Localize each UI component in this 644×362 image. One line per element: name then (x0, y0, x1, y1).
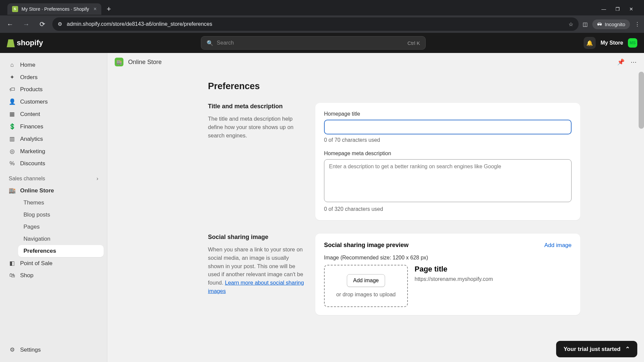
store-icon: 🏬 (9, 187, 15, 194)
sidebar-item-discounts[interactable]: %Discounts (3, 158, 104, 170)
person-icon: 👤 (9, 98, 15, 105)
sidebar: ⌂Home ✦Orders 🏷Products 👤Customers ▦Cont… (0, 53, 107, 362)
section-heading-social: Social sharing image (208, 234, 305, 241)
sidebar-item-home[interactable]: ⌂Home (3, 59, 104, 71)
trial-label: Your trial just started (564, 346, 621, 353)
sidebar-subitem-blog-posts[interactable]: Blog posts (18, 209, 104, 221)
minimize-icon[interactable]: — (601, 6, 606, 12)
bell-icon: 🔔 (586, 40, 593, 46)
more-icon[interactable]: ⋯ (631, 58, 637, 66)
store-name[interactable]: My Store (600, 40, 623, 46)
add-image-link[interactable]: Add image (544, 242, 572, 249)
card-title-social: Social sharing image preview (324, 242, 409, 249)
channel-icon: 🏬 (115, 58, 123, 66)
sidebar-subitem-preferences[interactable]: Preferences (18, 245, 104, 257)
browser-toolbar: ← → ⟳ ⚙ admin.shopify.com/store/de8143-a… (0, 15, 644, 33)
site-settings-icon[interactable]: ⚙ (58, 21, 62, 27)
orders-icon: ✦ (9, 74, 15, 81)
sidebar-item-orders[interactable]: ✦Orders (3, 71, 104, 83)
sidebar-item-content[interactable]: ▦Content (3, 108, 104, 120)
store-avatar[interactable]: MS (628, 38, 637, 48)
homepage-title-input[interactable] (324, 120, 572, 134)
incognito-label: Incognito (605, 21, 625, 27)
page-title: Preferences (208, 81, 580, 92)
section-heading-meta: Title and meta description (208, 103, 305, 110)
gear-icon: ⚙ (9, 346, 15, 353)
main-content: 🏬 Online Store 📌 ⋯ Preferences Title and… (107, 53, 644, 362)
sidebar-item-shop[interactable]: 🛍Shop (3, 269, 104, 282)
sidebar-item-settings[interactable]: ⚙Settings (3, 344, 104, 356)
section-desc-social: When you share a link to your store on s… (208, 245, 305, 295)
bookmark-icon[interactable]: ☆ (569, 21, 573, 27)
meta-desc-hint: 0 of 320 characters used (324, 206, 572, 212)
content-icon: ▦ (9, 111, 15, 118)
sidebar-item-products[interactable]: 🏷Products (3, 83, 104, 96)
tag-icon: 🏷 (9, 86, 15, 93)
window-controls: — ❐ ✕ (601, 6, 641, 12)
page-header: 🏬 Online Store 📌 ⋯ (107, 53, 644, 71)
add-image-button[interactable]: Add image (347, 274, 385, 287)
notifications-button[interactable]: 🔔 (584, 37, 596, 49)
sidebar-subitem-pages[interactable]: Pages (18, 221, 104, 233)
sidebar-section-sales-channels[interactable]: Sales channels › (3, 170, 104, 184)
target-icon: ◎ (9, 148, 15, 155)
address-bar[interactable]: ⚙ admin.shopify.com/store/de8143-a6/onli… (52, 17, 579, 31)
browser-menu-icon[interactable]: ⋮ (635, 21, 640, 27)
home-icon: ⌂ (9, 62, 15, 68)
sidebar-item-customers[interactable]: 👤Customers (3, 96, 104, 108)
card-social: Social sharing image preview Add image I… (315, 234, 580, 315)
trial-banner[interactable]: Your trial just started ⌃ (556, 341, 637, 357)
browser-tab[interactable]: My Store · Preferences · Shopify × (7, 3, 101, 15)
sidebar-item-pos[interactable]: ◧Point of Sale (3, 257, 104, 269)
back-button[interactable]: ← (4, 18, 16, 30)
sidebar-item-marketing[interactable]: ◎Marketing (3, 145, 104, 158)
sidebar-subitem-navigation[interactable]: Navigation (18, 233, 104, 245)
sidebar-item-finances[interactable]: 💲Finances (3, 120, 104, 133)
forward-button[interactable]: → (20, 18, 32, 30)
maximize-icon[interactable]: ❐ (615, 6, 620, 12)
meta-desc-label: Homepage meta description (324, 150, 572, 157)
drop-text: or drop images to upload (329, 292, 402, 298)
homepage-title-label: Homepage title (324, 111, 572, 117)
tab-title: My Store · Preferences · Shopify (21, 6, 89, 12)
search-input[interactable]: 🔍 Search Ctrl K (201, 36, 426, 50)
channel-label: Online Store (128, 59, 162, 66)
image-dropzone[interactable]: Add image or drop images to upload (324, 265, 408, 307)
search-shortcut: Ctrl K (408, 40, 420, 46)
close-window-icon[interactable]: ✕ (629, 6, 633, 12)
incognito-badge[interactable]: 🕶 Incognito (592, 19, 630, 29)
preview-page-title: Page title (415, 265, 572, 274)
favicon (12, 6, 18, 12)
scrollbar[interactable] (639, 72, 644, 129)
shop-icon: 🛍 (9, 272, 15, 279)
chevron-up-icon: ⌃ (625, 346, 630, 353)
sidebar-item-analytics[interactable]: ▥Analytics (3, 133, 104, 145)
reload-button[interactable]: ⟳ (36, 18, 48, 30)
sidebar-subitem-themes[interactable]: Themes (18, 197, 104, 209)
finances-icon: 💲 (9, 123, 15, 130)
close-tab-icon[interactable]: × (94, 6, 97, 12)
social-preview: Page title https://storename.myshopify.c… (415, 265, 572, 307)
incognito-icon: 🕶 (597, 21, 602, 27)
tab-strip: My Store · Preferences · Shopify × + — ❐… (0, 0, 644, 15)
recommended-size: Image (Recommended size: 1200 x 628 px) (324, 255, 572, 261)
meta-desc-input[interactable] (324, 159, 572, 202)
discount-icon: % (9, 160, 15, 167)
shopify-bag-icon (7, 39, 15, 47)
new-tab-button[interactable]: + (103, 3, 115, 15)
homepage-title-hint: 0 of 70 characters used (324, 137, 572, 143)
section-desc-meta: The title and meta description help defi… (208, 115, 305, 139)
shopify-logo[interactable]: shopify (7, 39, 43, 47)
chevron-right-icon: › (97, 176, 98, 182)
pin-icon[interactable]: 📌 (617, 58, 625, 66)
pos-icon: ◧ (9, 260, 15, 267)
url-text: admin.shopify.com/store/de8143-a6/online… (67, 21, 212, 27)
sidebar-item-online-store[interactable]: 🏬Online Store (3, 184, 104, 197)
card-meta: Homepage title 0 of 70 characters used H… (315, 103, 580, 220)
search-placeholder: Search (217, 40, 234, 46)
preview-url: https://storename.myshopify.com (415, 276, 572, 282)
search-icon: 🔍 (207, 40, 213, 46)
analytics-icon: ▥ (9, 135, 15, 142)
side-panel-icon[interactable]: ◫ (583, 21, 588, 27)
app-header: shopify 🔍 Search Ctrl K 🔔 My Store MS (0, 33, 644, 53)
